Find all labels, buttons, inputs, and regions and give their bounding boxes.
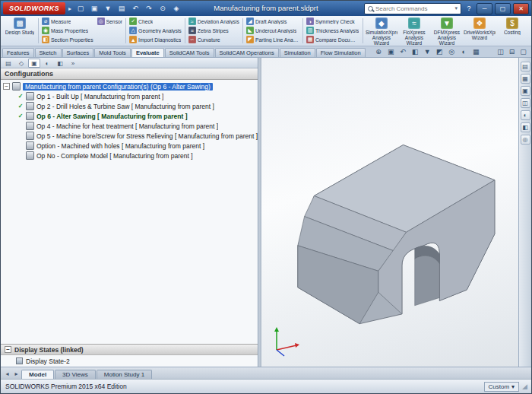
view-orientation-icon[interactable]: ▼ [423, 48, 432, 56]
resize-grip-icon[interactable]: ◢ [522, 383, 527, 390]
edit-appearance-icon[interactable]: ◐ [459, 48, 469, 56]
split-pane-horizontal-icon[interactable]: ◫ [496, 48, 505, 56]
draft-analysis-button[interactable]: ◢Draft Analysis [245, 17, 300, 26]
file-explorer-icon[interactable]: ▣ [521, 86, 530, 96]
tab-evaluate[interactable]: Evaluate [131, 48, 164, 57]
mass-properties-button[interactable]: ◉Mass Properties [41, 26, 94, 35]
thickness-analysis-button[interactable]: ▥Thickness Analysis [306, 26, 360, 35]
display-style-icon[interactable]: ◩ [435, 48, 445, 56]
custom-properties-icon[interactable]: ◧ [521, 122, 530, 132]
driveworksxpress-wizard-button[interactable]: ❖DriveWorksXpress Wizard [464, 17, 496, 46]
tab-flow-simulation[interactable]: Flow Simulation [316, 48, 366, 57]
options-icon[interactable]: ◈ [170, 3, 182, 14]
tab-overflow-icon[interactable]: » [67, 59, 79, 68]
bottom-tab-model[interactable]: Model [21, 370, 54, 379]
tab-features[interactable]: Features [2, 48, 34, 57]
apply-scene-icon[interactable]: ▦ [471, 48, 481, 56]
search-scope-caret-icon[interactable]: ▾ [454, 5, 458, 11]
part-3d-view[interactable] [261, 58, 518, 367]
section-properties-button[interactable]: ◧Section Properties [41, 35, 94, 44]
tab-scroll-right-icon[interactable]: ▸ [12, 370, 21, 379]
import-diagnostics-button[interactable]: ▲Import Diagnostics [128, 35, 182, 44]
save-icon[interactable]: ▼ [102, 3, 114, 14]
configurationmanager-tab-icon[interactable]: ▣ [28, 59, 40, 68]
split-pane-vertical-icon[interactable]: ⊟ [507, 48, 517, 56]
dimxpertmanager-tab-icon[interactable]: ◐ [41, 59, 53, 68]
tab-scroll-left-icon[interactable]: ◂ [3, 370, 11, 379]
config-tree-row[interactable]: ✓Op 5 - Machine bore/Screw for Stress Re… [1, 131, 258, 141]
tab-surfaces[interactable]: Surfaces [62, 48, 94, 57]
new-icon[interactable]: ▢ [74, 3, 87, 14]
config-tree-row[interactable]: ✓Option - Machined with holes [ Manufact… [1, 141, 258, 151]
compare-documents-button[interactable]: ▦Compare Documents [306, 35, 360, 44]
active-config-check-icon: ✓ [17, 113, 24, 119]
zoom-fit-icon[interactable]: ⊕ [374, 48, 384, 56]
hide-show-items-icon[interactable]: ◎ [447, 48, 457, 56]
propertymanager-tab-icon[interactable]: ◇ [15, 59, 27, 68]
design-study-button[interactable]: ▩Design Study [4, 17, 36, 46]
part-arch-back-face[interactable] [415, 256, 440, 305]
previous-view-icon[interactable]: ↶ [398, 48, 408, 56]
search-input[interactable] [375, 5, 452, 12]
section-view-icon[interactable]: ◧ [410, 48, 420, 56]
config-root-row[interactable]: −Manufacturing from parent Configuration… [1, 81, 258, 91]
tree-expander-icon[interactable]: − [3, 83, 10, 90]
deviation-analysis-button[interactable]: ≈Deviation Analysis [188, 17, 240, 26]
menu-expand-icon[interactable]: ▸ [68, 5, 71, 12]
costing-button[interactable]: $Costing [496, 17, 528, 46]
display-states-expander-icon[interactable]: − [5, 346, 11, 353]
measure-button[interactable]: ⌀Measure [41, 17, 94, 26]
close-button[interactable]: ✕ [513, 3, 529, 14]
config-tree-row[interactable]: ✓Op 2 - Drill Holes & Turbine Saw [ Manu… [1, 101, 258, 111]
help-icon[interactable]: ? [464, 5, 474, 12]
redo-icon[interactable]: ↷ [143, 3, 155, 14]
rebuild-icon[interactable]: ⊙ [157, 3, 169, 14]
zebra-stripes-button[interactable]: ≡Zebra Stripes [188, 26, 240, 35]
simulationxpress-wizard-button[interactable]: ◆SimulationXpress Analysis Wizard [366, 17, 397, 46]
featuremanager-tab-icon[interactable]: ▤ [2, 59, 14, 68]
check-button[interactable]: ✓Check [128, 17, 182, 26]
ribbon-separator [38, 18, 39, 43]
maximize-button[interactable]: ▢ [495, 3, 511, 14]
tab-simulation[interactable]: Simulation [280, 48, 315, 57]
tab-solidcam-tools[interactable]: SolidCAM Tools [165, 48, 214, 57]
forum-icon[interactable]: ◎ [521, 135, 530, 145]
undercut-analysis-button[interactable]: ◣Undercut Analysis [245, 26, 300, 35]
displaymanager-tab-icon[interactable]: ◧ [54, 59, 66, 68]
config-tree-row[interactable]: ✓Op No - Complete Model [ Manufacturing … [1, 151, 258, 160]
design-library-icon[interactable]: ▦ [521, 74, 530, 84]
curvature-button[interactable]: ∽Curvature [188, 35, 240, 44]
geometry-analysis-button[interactable]: △Geometry Analysis [128, 26, 182, 35]
simulationxpress-wizard-icon: ◆ [375, 17, 388, 29]
symmetry-check-button[interactable]: ◑Symmetry Check [306, 17, 360, 26]
tab-solidcam-operations[interactable]: SolidCAM Operations [215, 48, 279, 57]
display-states-header[interactable]: − Display States (linked) [1, 344, 258, 355]
open-icon[interactable]: ▣ [88, 3, 100, 14]
close-pane-icon[interactable]: ▢ [518, 48, 528, 56]
units-selector[interactable]: Custom ▾ [484, 382, 520, 392]
config-tree-row[interactable]: ✓Op 4 - Machine for heat treatment [ Man… [1, 121, 258, 131]
status-edition-label: SOLIDWORKS Premium 2015 x64 Edition [5, 383, 127, 390]
print-icon[interactable]: ▤ [116, 3, 128, 14]
config-tree-row[interactable]: ✓Op 6 - Alter Sawing [ Manufacturing fro… [1, 111, 258, 121]
dfmxpress-wizard-button[interactable]: ▼DFMXpress Analysis Wizard [431, 17, 463, 46]
bottom-tab-3d-views[interactable]: 3D Views [55, 370, 96, 379]
sensor-button[interactable]: ◎Sensor [97, 17, 124, 26]
view-palette-icon[interactable]: ◫ [521, 98, 530, 108]
design-study-icon: ▩ [14, 17, 26, 29]
appearances-icon[interactable]: ◐ [521, 110, 530, 120]
bottom-tab-motion-study-1[interactable]: Motion Study 1 [97, 370, 152, 379]
undo-icon[interactable]: ↶ [129, 3, 141, 14]
parting-line-analysis-button[interactable]: ◤Parting Line Analysis [245, 35, 300, 44]
tab-mold-tools[interactable]: Mold Tools [94, 48, 131, 57]
floxpress-wizard-button[interactable]: ≈FloXpress Analysis Wizard [398, 17, 430, 46]
inactive-config-icon: ✓ [17, 132, 24, 139]
display-state-item[interactable]: Display State-2 [1, 355, 258, 367]
zoom-area-icon[interactable]: ▣ [386, 48, 396, 56]
graphics-viewport[interactable] [261, 58, 518, 367]
main-area: ▤◇▣◐◧» Configurations −Manufacturing fro… [1, 58, 531, 367]
config-tree-row[interactable]: ✓Op 1 - Built Up [ Manufacturing from pa… [1, 91, 258, 101]
solidworks-resources-icon[interactable]: ▤ [521, 62, 530, 71]
tab-sketch[interactable]: Sketch [35, 48, 62, 57]
minimize-button[interactable]: ─ [477, 3, 492, 14]
